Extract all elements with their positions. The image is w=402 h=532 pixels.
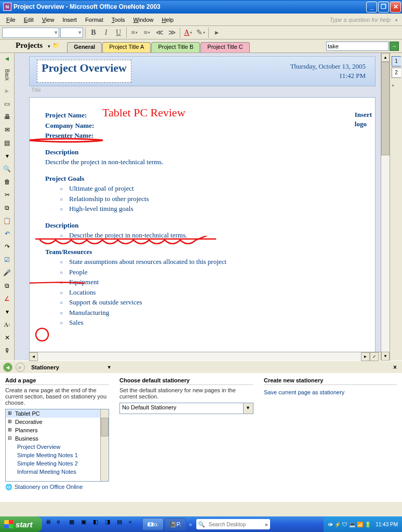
tree-item-meeting-1[interactable]: Simple Meeting Notes 1 <box>6 451 109 459</box>
taskbar-task-outlook[interactable]: 📧 o. <box>142 518 164 530</box>
note-content[interactable]: Insertlogo Project Name: Company Name: P… <box>29 97 376 352</box>
notebook-name[interactable]: Projects <box>2 41 48 51</box>
tab-project-b[interactable]: Project Title B <box>151 42 200 52</box>
page-tab-2[interactable]: 2 <box>392 68 401 78</box>
ql-app4-icon[interactable]: ◨ <box>105 518 115 530</box>
taskpane-dropdown-icon[interactable]: ▼ <box>107 365 112 370</box>
underline-button[interactable]: U <box>113 27 124 38</box>
toolbar-overflow[interactable]: ▸ <box>211 27 222 38</box>
help-search[interactable]: Type a question for help <box>327 17 400 23</box>
forward-icon[interactable]: ► <box>2 86 12 96</box>
outdent-button[interactable]: ≪ <box>154 27 165 38</box>
expand-icon[interactable]: ⤢ <box>370 352 379 361</box>
tree-scrollbar[interactable] <box>100 409 109 481</box>
vertical-scrollbar[interactable]: ▲ ▼ <box>381 53 390 361</box>
ql-show-desktop-icon[interactable]: 🖥 <box>45 518 56 530</box>
notebook-dropdown-icon[interactable]: ▾ <box>48 44 50 49</box>
scroll-right-icon[interactable]: ► <box>361 352 370 361</box>
tool-tag-icon[interactable]: ☑ <box>2 255 12 264</box>
scroll-thumb[interactable] <box>381 62 390 155</box>
search-go-button[interactable]: → <box>390 42 399 51</box>
maximize-button[interactable]: ❐ <box>378 2 389 12</box>
tree-tablet-pc[interactable]: Tablet PC <box>6 409 109 418</box>
menu-file[interactable]: File <box>2 16 20 24</box>
taskbar-clock[interactable]: 11:43 PM <box>376 522 398 527</box>
tool-pen-dd-icon[interactable]: ▾ <box>2 307 12 316</box>
highlight-button[interactable]: ✎▾ <box>195 27 206 38</box>
tray-icon[interactable]: 🔋 <box>365 522 371 527</box>
ql-more-icon[interactable]: » <box>129 518 139 530</box>
pane-back-icon[interactable]: ◄ <box>3 363 12 372</box>
desktop-search-input[interactable] <box>207 522 264 527</box>
page-title[interactable]: Project Overview <box>37 60 131 83</box>
tool-pen-icon[interactable]: ∠ <box>2 294 12 303</box>
ql-app1-icon[interactable]: ▦ <box>69 518 79 530</box>
taskbar-task-onenote[interactable]: 📓 P. <box>165 518 186 530</box>
tool-erase-icon[interactable]: ✕ <box>2 333 12 342</box>
tool-email-icon[interactable]: ✉ <box>2 125 12 135</box>
new-page-icon[interactable]: ▫ <box>392 82 400 91</box>
tool-screen-clip-icon[interactable]: ⧉ <box>2 281 12 290</box>
tool-redo-icon[interactable]: ↷ <box>2 242 12 251</box>
desktop-search[interactable]: 🔍 ▸ <box>196 519 270 529</box>
tray-icon[interactable]: 📶 <box>357 522 363 527</box>
scroll-up-icon[interactable]: ▲ <box>381 53 390 62</box>
menu-window[interactable]: Window <box>129 16 157 24</box>
back-icon[interactable]: ◄ <box>2 54 12 63</box>
tool-font-icon[interactable]: A↕ <box>2 320 12 329</box>
font-color-button[interactable]: A▾ <box>182 27 194 38</box>
tree-item-informal[interactable]: Informal Meeting Notes <box>6 468 109 476</box>
tray-icon[interactable]: 🕪 <box>328 522 333 527</box>
tab-general[interactable]: General <box>67 42 102 52</box>
scroll-down-icon[interactable]: ▼ <box>381 352 390 361</box>
ql-app2-icon[interactable]: ▣ <box>81 518 91 530</box>
tool-mic-icon[interactable]: 🎙 <box>2 346 12 355</box>
search-input[interactable] <box>326 42 388 51</box>
tool-noteflag-icon[interactable]: ▤ <box>2 138 12 148</box>
menu-view[interactable]: View <box>38 16 59 24</box>
horizontal-scrollbar[interactable]: ◄ ► ⤢ <box>29 352 381 361</box>
tab-project-a[interactable]: Project Title A <box>102 42 151 52</box>
menu-tools[interactable]: Tools <box>108 16 129 24</box>
tree-business[interactable]: Business <box>6 434 109 443</box>
indent-button[interactable]: ≫ <box>166 27 178 38</box>
tree-decorative[interactable]: Decorative <box>6 418 109 426</box>
start-button[interactable]: start <box>0 516 42 532</box>
bullets-button[interactable]: ≡▾ <box>129 27 140 38</box>
office-online-link[interactable]: 🌐Stationery on Office Online <box>5 482 109 493</box>
ql-app5-icon[interactable]: ▤ <box>117 518 127 530</box>
page-tab-1[interactable]: 1 <box>392 56 401 66</box>
tray-icon[interactable]: ⚡ <box>334 522 341 527</box>
tray-icon[interactable]: 🛡 <box>342 522 347 527</box>
numbering-button[interactable]: ≡▾ <box>141 27 153 38</box>
tab-project-c[interactable]: Project Title C <box>200 42 249 52</box>
tree-item-meeting-2[interactable]: Simple Meeting Notes 2 <box>6 459 109 468</box>
tree-item-project-overview[interactable]: Project Overview <box>6 443 109 451</box>
font-size-select[interactable] <box>60 28 83 38</box>
bold-button[interactable]: B <box>88 27 99 38</box>
tool-research-icon[interactable]: 🔍 <box>2 164 12 174</box>
tool-paste-icon[interactable]: 📋 <box>2 216 12 225</box>
tool-cut-icon[interactable]: ✂ <box>2 190 12 200</box>
font-family-select[interactable] <box>2 28 59 38</box>
new-section-icon[interactable]: 📁 <box>52 42 62 50</box>
taskbar-more-icon[interactable]: » <box>187 521 194 527</box>
tool-audio-icon[interactable]: 🎤 <box>2 268 12 277</box>
tool-flag-dropdown-icon[interactable]: ▾ <box>2 151 12 161</box>
italic-button[interactable]: I <box>100 27 112 38</box>
scroll-left-icon[interactable]: ◄ <box>29 352 38 361</box>
taskpane-title[interactable]: Stationery <box>28 364 62 370</box>
close-button[interactable]: ✕ <box>390 2 401 12</box>
menu-help[interactable]: Help <box>158 16 178 24</box>
pane-fwd-icon[interactable]: ► <box>16 363 25 372</box>
default-stationery-select[interactable]: No Default Stationery▼ <box>119 403 253 414</box>
stationery-tree[interactable]: Tablet PC Decorative Planners Business P… <box>5 409 109 482</box>
menu-edit[interactable]: Edit <box>20 16 38 24</box>
taskpane-close-button[interactable]: × <box>391 364 399 371</box>
minimize-button[interactable]: _ <box>366 2 377 12</box>
tool-new-page-icon[interactable]: ▭ <box>2 99 12 109</box>
menu-format[interactable]: Format <box>81 16 108 24</box>
tool-copy-icon[interactable]: ⧉ <box>2 203 12 212</box>
tool-delete-icon[interactable]: 🗑 <box>2 177 12 187</box>
tree-planners[interactable]: Planners <box>6 426 109 434</box>
